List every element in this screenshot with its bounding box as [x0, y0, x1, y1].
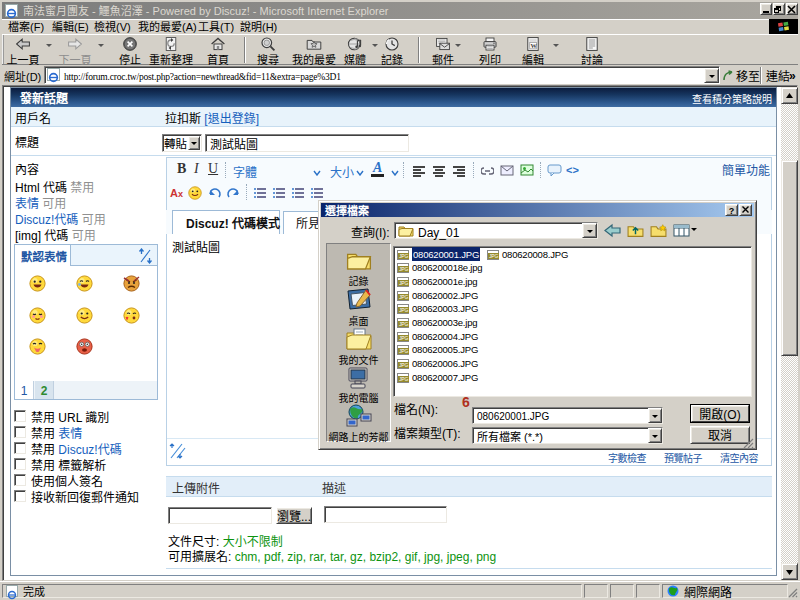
svg-text:W: W — [531, 42, 538, 49]
